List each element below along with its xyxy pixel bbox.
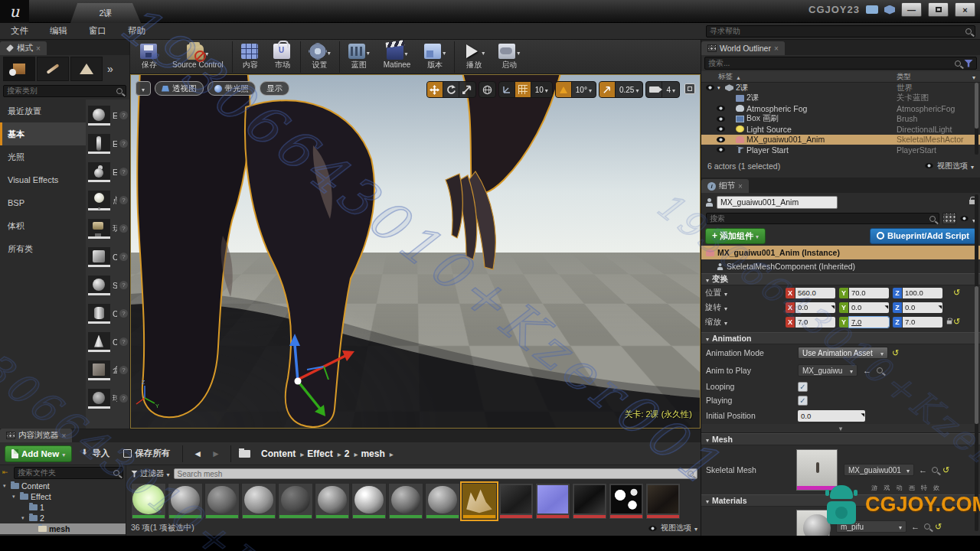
asset-thumbnail[interactable] xyxy=(535,483,570,520)
skeletal-mesh-dropdown[interactable]: MX_guaiwu001 xyxy=(844,464,914,476)
grid-snap-value[interactable]: 10 xyxy=(531,82,552,97)
materials-section-header[interactable]: Materials xyxy=(701,494,980,507)
outliner-view-options-button[interactable]: 视图选项 xyxy=(924,161,974,171)
add-filter-icon[interactable] xyxy=(964,60,973,67)
reset-to-default-icon[interactable]: ↺ xyxy=(892,349,899,357)
x-value-field[interactable]: 0.0◥ xyxy=(795,302,835,313)
component-row-instance[interactable]: MX_guaiwu001_Anim (Instance) xyxy=(701,246,980,259)
animation-mode-dropdown[interactable]: Use Animation Asset xyxy=(798,347,888,359)
visibility-eye-icon[interactable] xyxy=(717,116,725,122)
outliner-column-header[interactable]: 标签 类型 xyxy=(701,71,980,83)
menu-item[interactable]: 帮助 xyxy=(117,23,156,39)
close-button[interactable]: × xyxy=(955,2,975,17)
outliner-actor-row[interactable]: MX_guaiwu001_Anim SkeletalMeshActor xyxy=(701,135,980,145)
x-value-field[interactable]: 560.0◥ xyxy=(795,288,835,298)
close-icon[interactable] xyxy=(36,44,41,53)
help-icon[interactable]: ? xyxy=(119,168,128,176)
toolbar-button[interactable]: 蓝图 xyxy=(339,41,377,73)
use-selected-asset-icon[interactable]: ← xyxy=(911,523,920,531)
property-matrix-button[interactable] xyxy=(942,213,956,224)
perspective-button[interactable]: 透视图 xyxy=(155,81,204,96)
z-value-field[interactable]: 100.0◥ xyxy=(903,288,942,298)
place-actor-item[interactable]: Con ? xyxy=(86,328,129,356)
use-selected-asset-icon[interactable]: ← xyxy=(863,367,871,375)
outliner-actor-row[interactable]: 2课 世界 xyxy=(701,83,980,93)
chevron-down-icon[interactable] xyxy=(724,318,727,327)
3d-viewport[interactable]: Z Y 透视图 带光照 显示 xyxy=(130,74,701,429)
x-value-field[interactable]: 7.0◥ xyxy=(795,317,835,328)
outliner-actor-row[interactable]: Box 画刷 Brush xyxy=(701,114,980,125)
chevron-down-icon[interactable] xyxy=(724,303,727,312)
use-selected-asset-icon[interactable]: ← xyxy=(919,466,927,474)
rotation-snap-value[interactable]: 10° xyxy=(572,82,596,97)
toolbar-button[interactable]: 保存 xyxy=(133,41,165,73)
scale-tool-button[interactable] xyxy=(459,82,475,97)
modes-search-input[interactable]: 搜索类别 xyxy=(3,85,126,97)
viewport-options-button[interactable] xyxy=(136,81,151,96)
show-flags-button[interactable]: 显示 xyxy=(260,81,289,96)
camera-speed-value[interactable]: 4 xyxy=(662,82,679,97)
modes-category[interactable]: Visual Effects xyxy=(0,168,86,191)
toolbar-button[interactable]: 市场 xyxy=(266,41,299,73)
help-icon[interactable]: ? xyxy=(119,253,128,261)
expand-caret-icon[interactable] xyxy=(12,494,18,500)
place-actor-item[interactable]: Em ? xyxy=(86,101,129,129)
grid-snap-toggle-button[interactable] xyxy=(515,82,531,97)
forward-button[interactable]: ► xyxy=(209,448,223,459)
add-component-button[interactable]: + 添加组件 xyxy=(705,228,766,244)
help-icon[interactable]: ? xyxy=(119,224,128,233)
visibility-eye-icon[interactable] xyxy=(717,147,725,153)
lit-mode-button[interactable]: 带光照 xyxy=(207,81,256,96)
z-value-field[interactable]: 0.0◥ xyxy=(903,302,942,313)
animation-section-header[interactable]: Animation xyxy=(701,332,980,344)
expand-more-properties[interactable] xyxy=(701,424,980,433)
reset-to-default-icon[interactable]: ↺ xyxy=(953,318,960,326)
transform-section-header[interactable]: 变换 xyxy=(701,273,980,285)
expand-caret-icon[interactable] xyxy=(3,483,8,489)
translate-tool-button[interactable] xyxy=(427,82,443,97)
close-icon[interactable] xyxy=(62,431,67,440)
add-new-button[interactable]: Add New xyxy=(5,445,72,462)
help-icon[interactable]: ? xyxy=(119,394,128,403)
help-icon[interactable]: ? xyxy=(119,139,128,148)
outliner-actor-row[interactable]: Atmospheric Fog AtmosphericFog xyxy=(701,103,980,114)
content-view-options-button[interactable]: 视图选项 xyxy=(648,523,697,533)
landscape-mode-tab[interactable] xyxy=(70,57,103,81)
chevron-down-icon[interactable] xyxy=(405,45,408,59)
spin-handle-icon[interactable]: ◥ xyxy=(861,412,864,417)
expand-caret-icon[interactable] xyxy=(21,515,27,521)
browse-to-asset-icon[interactable] xyxy=(877,367,883,373)
folder-tree-item[interactable]: 1 xyxy=(0,502,126,513)
maximize-button[interactable] xyxy=(928,2,949,17)
reset-to-default-icon[interactable]: ↺ xyxy=(935,523,942,531)
help-icon[interactable]: ? xyxy=(119,281,128,289)
modes-category[interactable]: 所有类 xyxy=(0,237,86,260)
asset-thumbnail[interactable] xyxy=(315,483,350,520)
place-actor-item[interactable]: 玩家 ? xyxy=(86,214,129,243)
scrollbar[interactable] xyxy=(975,286,978,424)
visibility-eye-icon[interactable] xyxy=(717,106,725,112)
minimize-button[interactable]: — xyxy=(901,2,922,17)
asset-thumbnail[interactable] xyxy=(204,483,240,520)
details-search-input[interactable]: 搜索 xyxy=(706,213,939,224)
help-icon[interactable]: ? xyxy=(119,337,128,346)
asset-thumbnail[interactable] xyxy=(278,483,313,520)
outliner-search-input[interactable]: 搜索... xyxy=(704,57,977,70)
blueprint-add-script-button[interactable]: Blueprint/Add Script xyxy=(870,228,976,244)
breadcrumb-item[interactable]: Effect xyxy=(307,448,341,459)
asset-thumbnail[interactable] xyxy=(609,483,644,520)
chevron-down-icon[interactable] xyxy=(443,44,446,58)
scrollbar[interactable] xyxy=(975,83,978,129)
component-row-inherited[interactable]: SkeletalMeshComponent (Inherited) xyxy=(701,259,980,273)
z-value-field[interactable]: 7.0◥ xyxy=(903,317,942,328)
y-value-field[interactable]: 7.0◥ xyxy=(849,317,889,328)
asset-thumbnail[interactable] xyxy=(572,483,607,520)
cube-icon[interactable] xyxy=(884,5,895,15)
chevron-down-icon[interactable] xyxy=(724,289,727,298)
toolbar-button[interactable]: Matinee xyxy=(377,41,418,73)
lock-scale-icon[interactable] xyxy=(947,320,952,324)
asset-thumbnail[interactable] xyxy=(351,483,387,520)
modes-tab[interactable]: 模式 xyxy=(0,41,47,55)
chevron-down-icon[interactable] xyxy=(328,44,331,58)
import-button[interactable]: 导入 xyxy=(77,445,114,463)
